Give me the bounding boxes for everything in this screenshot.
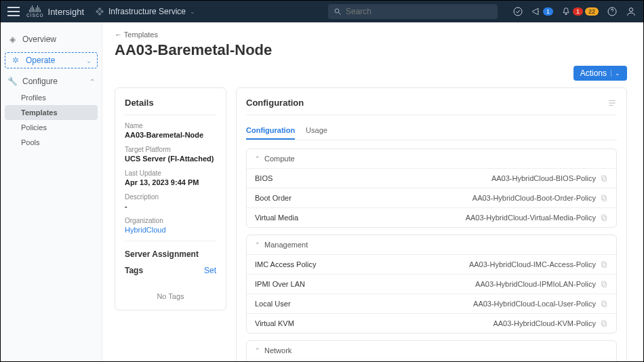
org-value[interactable]: HybridCloud [125,226,216,234]
copy-icon[interactable] [600,214,608,222]
group-head-network[interactable]: ⌃Network [247,341,616,360]
sidebar-sub-profiles[interactable]: Profiles [1,90,102,105]
main-content: ← Templates AA03-Baremetal-Node Actions … [102,22,643,361]
svg-rect-6 [609,102,615,103]
page-title: AA03-Baremetal-Node [115,41,627,59]
copy-icon[interactable] [600,319,608,327]
actions-label: Actions [580,68,607,78]
announcements-icon[interactable]: 1 [531,6,553,17]
policy-row: Boot OrderAA03-HybridCloud-Boot-Order-Po… [247,188,616,207]
group-compute: ⌃ComputeBIOSAA03-HybridCloud-BIOS-Policy… [246,148,617,228]
svg-rect-20 [603,322,607,327]
details-card: Details Name AA03-Baremetal-Node Target … [115,87,226,310]
tags-label: Tags [125,266,143,275]
copy-icon[interactable] [600,194,608,202]
wrench-icon: 🔧 [7,77,17,86]
group-title: Management [264,241,308,249]
copy-icon[interactable] [600,260,608,268]
policy-value: AA03-HybridCloud-Boot-Order-Policy [472,194,596,202]
alert-badge-critical: 1 [573,7,583,16]
svg-rect-19 [602,301,606,306]
svg-rect-15 [602,262,606,266]
group-title: Network [264,346,291,355]
policy-row: Virtual MediaAA03-HybridCloud-Virtual-Me… [247,207,616,227]
actions-button[interactable]: Actions ⌄ [573,66,627,81]
policy-row: BIOSAA03-HybridCloud-BIOS-Policy [247,168,616,188]
description-value: - [125,202,216,210]
alerts-icon[interactable]: 1 22 [561,6,599,17]
chevron-down-icon: ⌄ [611,70,620,77]
policy-row: LAN ConnectivityAA03-HybridCloud-LAN-Con… [247,360,616,361]
breadcrumb[interactable]: ← Templates [115,31,627,39]
svg-rect-7 [609,104,613,105]
search-input[interactable] [346,7,492,16]
svg-rect-5 [609,100,615,100]
sidebar-sub-pools[interactable]: Pools [1,135,102,150]
policy-key: Boot Order [255,194,291,202]
no-tags-text: No Tags [125,292,216,300]
cisco-label: cisco [26,12,44,18]
sidebar-item-overview[interactable]: ◈ Overview [1,31,102,48]
org-label: Organization [125,217,216,224]
svg-rect-21 [602,321,606,325]
name-label: Name [125,122,216,129]
group-title: Compute [264,155,295,163]
chevron-icon: ⌃ [255,155,260,162]
policy-key: IPMI Over LAN [255,280,305,288]
tab-usage[interactable]: Usage [306,122,327,140]
check-circle-icon[interactable] [512,6,523,17]
sidebar-label: Overview [22,35,56,44]
svg-point-2 [514,7,522,16]
service-switcher[interactable]: Infrastructure Service ⌄ [95,7,195,16]
policy-row: Local UserAA03-HybridCloud-Local-User-Po… [247,294,616,313]
svg-rect-13 [602,215,606,220]
policy-key: Virtual Media [255,214,298,222]
svg-rect-18 [603,302,607,307]
service-name: Infrastructure Service [108,7,186,16]
svg-rect-10 [603,197,607,201]
policy-value: AA03-HybridCloud-IMC-Access-Policy [469,260,596,268]
svg-rect-11 [602,195,606,200]
menu-icon[interactable] [7,7,20,16]
sidebar-sub-policies[interactable]: Policies [1,120,102,135]
search-box[interactable] [328,4,498,19]
copy-icon[interactable] [600,174,608,182]
service-icon [95,7,104,16]
svg-rect-17 [602,281,606,286]
configuration-card: Configuration Configuration Usage ⌃Compu… [236,87,627,361]
description-label: Description [125,193,216,201]
svg-point-4 [629,8,632,12]
policy-value: AA03-HybridCloud-IPMIoLAN-Policy [475,280,596,288]
sidebar-sub-templates[interactable]: Templates [5,105,98,120]
announcements-badge: 1 [543,7,553,16]
group-head-compute[interactable]: ⌃Compute [247,149,616,168]
server-assignment-header: Server Assignment [125,249,216,259]
policy-value: AA03-HybridCloud-BIOS-Policy [491,174,596,182]
policy-row: Virtual KVMAA03-HybridCloud-KVM-Policy [247,313,616,333]
lastupdate-label: Last Update [125,169,216,177]
policy-key: BIOS [255,174,273,182]
sidebar-label: Operate [26,56,55,65]
gear-icon: ✲ [11,56,20,65]
policy-key: IMC Access Policy [255,260,316,268]
target-value: UCS Server (FI-Attached) [125,155,216,163]
set-tags-link[interactable]: Set [204,266,216,275]
svg-rect-16 [603,283,607,287]
tab-configuration[interactable]: Configuration [246,122,295,140]
policy-value: AA03-HybridCloud-Virtual-Media-Policy [466,214,596,222]
sidebar-item-operate[interactable]: ✲ Operate ⌄ [5,52,98,68]
user-icon[interactable] [626,6,637,17]
help-icon[interactable] [607,6,618,17]
copy-icon[interactable] [600,280,608,288]
alert-badge-warning: 22 [585,7,599,16]
details-header: Details [125,98,216,115]
group-management: ⌃ManagementIMC Access PolicyAA03-HybridC… [246,235,617,334]
chevron-icon: ⌃ [255,347,260,354]
group-head-management[interactable]: ⌃Management [247,235,616,254]
policy-row: IPMI Over LANAA03-HybridCloud-IPMIoLAN-P… [247,274,616,294]
copy-icon[interactable] [600,300,608,308]
policy-key: Local User [255,300,291,308]
sidebar-label: Configure [22,77,58,86]
edit-icon[interactable] [607,98,617,108]
sidebar-item-configure[interactable]: 🔧 Configure ⌃ [1,73,102,90]
